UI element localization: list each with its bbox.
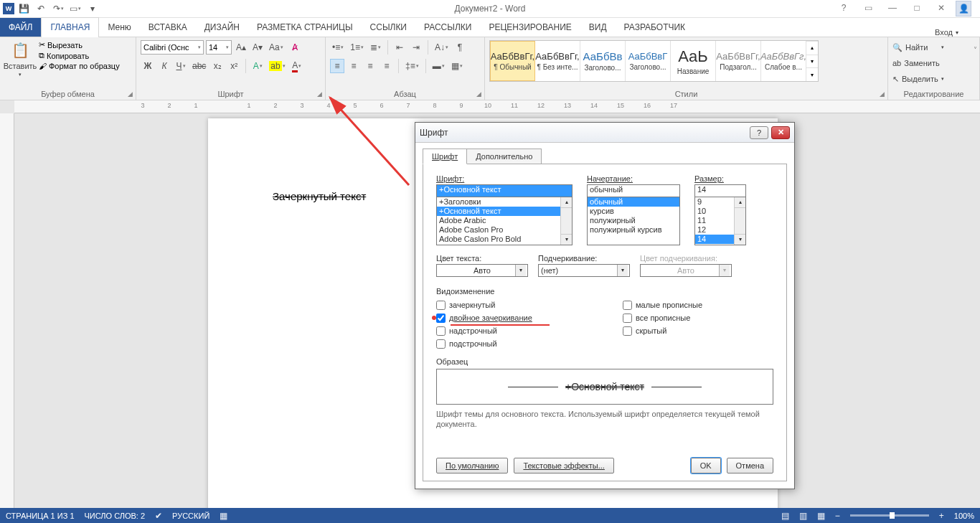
dialog-help-icon[interactable]: ? [750, 126, 768, 139]
tab-insert[interactable]: ВСТАВКА [140, 17, 196, 37]
underline-select[interactable]: (нет) [538, 264, 630, 277]
font-list[interactable]: +Заголовки +Основной текст Adobe Arabic … [436, 197, 573, 245]
tab-home[interactable]: ГЛАВНАЯ [41, 17, 99, 37]
view-print-icon[interactable]: ▥ [799, 511, 807, 521]
checkbox-double-strikethrough[interactable]: двойное зачеркивание [436, 311, 608, 324]
strikethrough-button[interactable]: abc [190, 59, 208, 73]
bold-button[interactable]: Ж [141, 59, 155, 73]
qat-undo-icon[interactable]: ↶ [33, 1, 49, 17]
cut-button[interactable]: ✂Вырезать [39, 40, 120, 50]
tab-mailings[interactable]: РАССЫЛКИ [415, 17, 480, 37]
style-list-item[interactable]: обычный [588, 197, 679, 207]
style-subtle[interactable]: АаБбВвГг,Слабое в... [761, 41, 806, 81]
style-list-item[interactable]: курсив [588, 207, 679, 216]
style-subtitle[interactable]: АаБбВвГг,Подзагол... [716, 41, 761, 81]
align-left-button[interactable]: ≡ [330, 59, 344, 73]
shrink-font-button[interactable]: A▾ [250, 40, 265, 55]
checkbox-strikethrough[interactable]: зачеркнутый [436, 298, 608, 311]
macro-icon[interactable]: ▦ [220, 511, 227, 521]
style-heading1[interactable]: АаБбВвЗаголово... [580, 41, 626, 81]
change-case-button[interactable]: Aa [267, 40, 286, 55]
dialog-close-icon[interactable]: ✕ [771, 126, 790, 139]
line-spacing-button[interactable]: ‡≡ [403, 59, 421, 73]
align-right-button[interactable]: ≡ [363, 59, 377, 73]
justify-button[interactable]: ≡ [380, 59, 394, 73]
font-size-input[interactable]: 14 [694, 184, 746, 197]
cancel-button[interactable]: Отмена [727, 458, 773, 473]
font-list-item[interactable]: +Основной текст [437, 207, 572, 216]
qat-new-icon[interactable]: ▭ [67, 1, 83, 17]
font-size-combo[interactable]: 14 [206, 40, 232, 55]
qat-save-icon[interactable]: 💾 [16, 1, 32, 17]
scrollbar[interactable] [734, 197, 745, 245]
checkbox-smallcaps[interactable]: малые прописные [623, 298, 702, 311]
paste-button[interactable]: 📋 Вставить▾ [4, 40, 36, 77]
highlight-button[interactable]: ab [267, 59, 287, 73]
qat-customize-icon[interactable]: ▾ [85, 1, 100, 17]
text-effects-button[interactable]: Текстовые эффекты... [514, 458, 614, 473]
font-list-item[interactable]: Adobe Caslon Pro Bold [437, 235, 572, 244]
help-icon[interactable]: ? [834, 1, 854, 15]
text-effects-button[interactable]: A [250, 59, 265, 73]
horizontal-ruler[interactable]: 3211234567891011121314151617 [14, 100, 980, 113]
clipboard-launcher-icon[interactable]: ◢ [126, 90, 134, 98]
style-list-item[interactable]: полужирный курсив [588, 225, 679, 235]
checkbox-subscript[interactable]: подстрочный [436, 337, 608, 350]
zoom-out-icon[interactable]: − [835, 511, 840, 521]
font-color-select[interactable]: Авто [436, 264, 528, 277]
font-name-combo[interactable]: Calibri (Оснс [141, 40, 204, 55]
checkbox-superscript[interactable]: надстрочный [436, 324, 608, 337]
style-title[interactable]: АаЬНазвание [671, 41, 716, 81]
scrollbar[interactable] [560, 197, 572, 245]
tab-review[interactable]: РЕЦЕНЗИРОВАНИЕ [480, 17, 580, 37]
shading-button[interactable]: ▬ [430, 59, 447, 73]
size-list[interactable]: 9 10 11 12 14 [694, 197, 746, 245]
user-avatar-icon[interactable]: 👤 [956, 1, 971, 17]
underline-button[interactable]: Ч [174, 59, 188, 73]
font-name-input[interactable]: +Основной текст [436, 184, 573, 197]
style-list-item[interactable]: полужирный [588, 216, 679, 225]
tab-layout[interactable]: РАЗМЕТКА СТРАНИЦЫ [248, 17, 362, 37]
numbering-button[interactable]: 1≡ [348, 40, 366, 55]
styles-more-button[interactable]: ▴▾▾ [806, 41, 818, 81]
grow-font-button[interactable]: A▴ [234, 40, 248, 55]
style-heading2[interactable]: АаБбВвГЗаголово... [626, 41, 671, 81]
style-list[interactable]: обычный курсив полужирный полужирный кур… [587, 197, 680, 245]
paragraph-launcher-icon[interactable]: ◢ [474, 90, 483, 98]
replace-button[interactable]: abЗаменить [892, 56, 944, 70]
collapse-ribbon-icon[interactable]: ˬ [974, 40, 977, 48]
view-web-icon[interactable]: ▦ [817, 511, 825, 521]
tab-developer[interactable]: РАЗРАБОТЧИК [616, 17, 694, 37]
subscript-button[interactable]: x₂ [210, 59, 225, 73]
status-language[interactable]: РУССКИЙ [172, 512, 209, 520]
increase-indent-button[interactable]: ⇥ [409, 40, 423, 55]
tab-menu[interactable]: Меню [99, 17, 139, 37]
multilevel-button[interactable]: ≣ [368, 40, 383, 55]
borders-button[interactable]: ▦ [449, 59, 465, 73]
font-list-item[interactable]: +Заголовки [437, 197, 572, 207]
spellcheck-icon[interactable]: ✔ [155, 511, 162, 521]
font-launcher-icon[interactable]: ◢ [315, 90, 324, 98]
sort-button[interactable]: A↓ [433, 40, 451, 55]
close-icon[interactable]: ✕ [931, 1, 951, 15]
ribbon-display-icon[interactable]: ▭ [858, 1, 878, 15]
status-word-count[interactable]: ЧИСЛО СЛОВ: 2 [85, 512, 146, 520]
font-color-button[interactable]: A [290, 59, 304, 73]
view-readmode-icon[interactable]: ▤ [781, 511, 789, 521]
ok-button[interactable]: OK [691, 458, 721, 473]
styles-launcher-icon[interactable]: ◢ [877, 90, 886, 98]
style-no-spacing[interactable]: АаБбВвГг,¶ Без инте... [535, 41, 580, 81]
vertical-ruler[interactable] [0, 113, 14, 508]
qat-redo-icon[interactable]: ↷ [50, 1, 66, 17]
style-normal[interactable]: АаБбВвГг,¶ Обычный [490, 41, 535, 81]
select-button[interactable]: ↖Выделить▾ [892, 72, 944, 86]
superscript-button[interactable]: x² [227, 59, 241, 73]
sign-in-link[interactable]: Вход▾ [935, 28, 980, 37]
maximize-icon[interactable]: □ [907, 1, 927, 15]
tab-file[interactable]: ФАЙЛ [0, 17, 41, 37]
dialog-tab-font[interactable]: Шрифт [423, 149, 467, 164]
checkbox-allcaps[interactable]: все прописные [623, 311, 702, 324]
italic-button[interactable]: К [157, 59, 171, 73]
checkbox-hidden[interactable]: скрытый [623, 324, 702, 337]
status-page[interactable]: СТРАНИЦА 1 ИЗ 1 [6, 512, 75, 520]
